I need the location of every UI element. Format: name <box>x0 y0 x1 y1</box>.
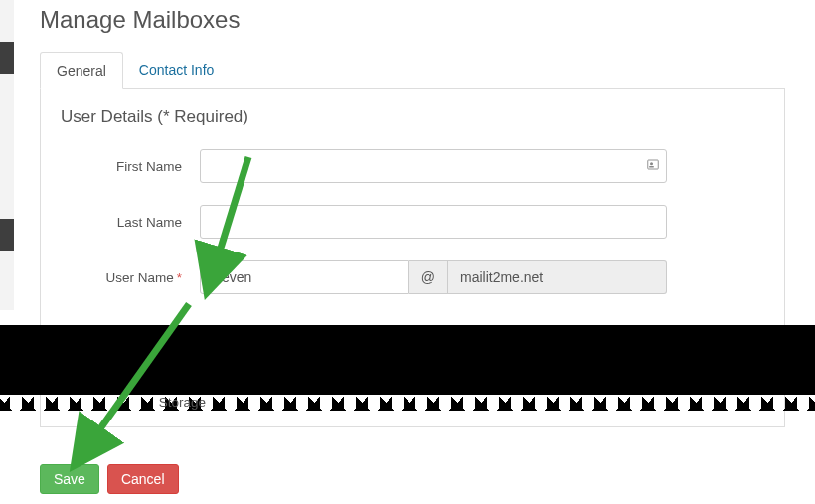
tab-general[interactable]: General <box>40 52 123 89</box>
tabs: General Contact Info <box>40 52 785 89</box>
section-title: User Details (* Required) <box>61 107 764 127</box>
at-symbol: @ <box>409 260 448 294</box>
first-name-input[interactable] <box>200 149 667 183</box>
label-user-name: User Name* <box>61 270 200 285</box>
last-name-input[interactable] <box>200 205 667 239</box>
domain-display: mailit2me.net <box>448 260 667 294</box>
contact-card-icon <box>647 159 659 174</box>
svg-rect-2 <box>649 166 654 168</box>
cancel-button[interactable]: Cancel <box>107 464 179 494</box>
redacted-section <box>0 325 815 395</box>
tab-contact-info[interactable]: Contact Info <box>123 52 231 88</box>
sidebar-stub <box>0 42 14 74</box>
label-last-name: Last Name <box>61 215 200 230</box>
svg-rect-0 <box>648 160 659 169</box>
label-first-name: First Name <box>61 159 200 174</box>
sidebar-stub <box>0 219 14 251</box>
label-storage: Storage <box>151 395 206 410</box>
user-name-input[interactable] <box>200 260 409 294</box>
page-title: Manage Mailboxes <box>40 6 785 34</box>
save-button[interactable]: Save <box>40 464 99 494</box>
svg-point-1 <box>650 162 653 165</box>
